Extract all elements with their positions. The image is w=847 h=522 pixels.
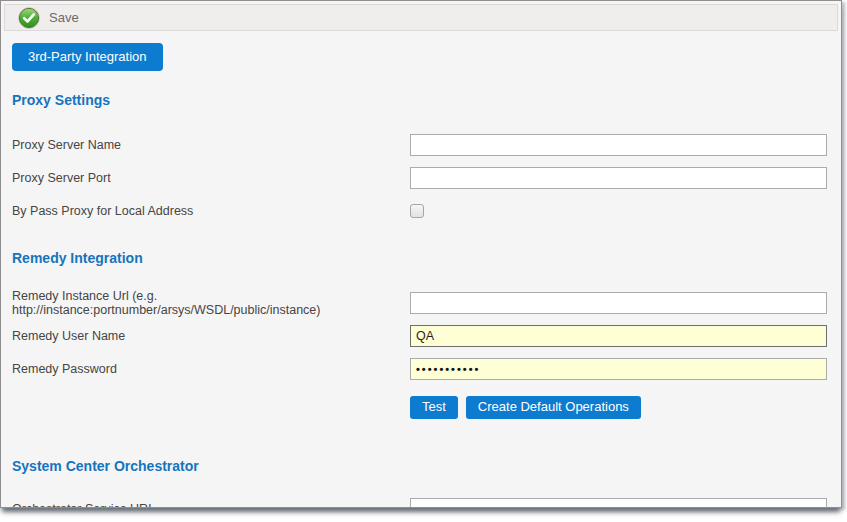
remedy-user-name-label: Remedy User Name [12,329,410,343]
content-area: 3rd-Party Integration Proxy Settings Pro… [1,31,841,508]
tab-3rd-party-integration[interactable]: 3rd-Party Integration [12,43,163,71]
proxy-settings-heading: Proxy Settings [12,93,827,108]
bypass-proxy-row: By Pass Proxy for Local Address [12,199,827,222]
remedy-user-name-row: Remedy User Name [12,324,827,347]
remedy-buttons-row: Test Create Default Operations [410,396,827,419]
save-button-label: Save [49,10,79,25]
test-button[interactable]: Test [410,396,458,419]
system-center-orchestrator-heading: System Center Orchestrator [12,459,827,474]
remedy-password-label: Remedy Password [12,362,410,376]
proxy-server-port-row: Proxy Server Port [12,166,827,189]
remedy-password-input[interactable] [410,358,827,380]
toolbar: Save [4,4,838,31]
remedy-instance-url-label: Remedy Instance Url (e.g. http://instanc… [12,289,410,317]
settings-window: Save 3rd-Party Integration Proxy Setting… [0,0,842,508]
remedy-integration-heading: Remedy Integration [12,251,827,266]
save-button[interactable]: Save [5,5,93,30]
bypass-proxy-label: By Pass Proxy for Local Address [12,204,410,218]
orchestrator-service-url-input[interactable] [410,498,827,509]
proxy-server-port-input[interactable] [410,167,827,189]
create-default-operations-button[interactable]: Create Default Operations [466,396,641,419]
bypass-proxy-checkbox[interactable] [410,204,424,218]
proxy-server-port-label: Proxy Server Port [12,171,410,185]
remedy-instance-url-row: Remedy Instance Url (e.g. http://instanc… [12,291,827,314]
orchestrator-service-url-row: Orchestrator Service URL [12,497,827,508]
proxy-server-name-input[interactable] [410,134,827,156]
proxy-server-name-label: Proxy Server Name [12,138,410,152]
remedy-user-name-input[interactable] [410,325,827,347]
proxy-server-name-row: Proxy Server Name [12,133,827,156]
remedy-password-row: Remedy Password [12,357,827,380]
orchestrator-service-url-label: Orchestrator Service URL [12,502,410,509]
save-check-icon [18,7,40,29]
remedy-instance-url-input[interactable] [410,292,827,314]
